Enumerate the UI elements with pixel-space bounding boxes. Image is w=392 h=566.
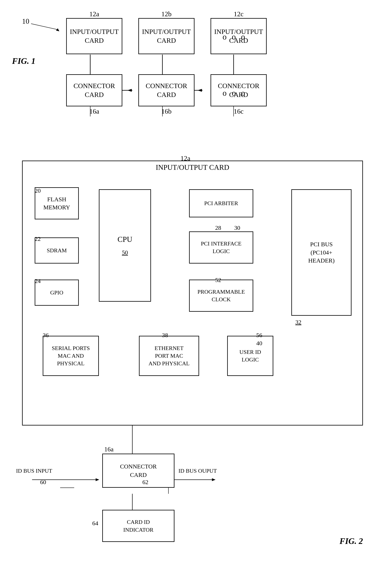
io-card-3-ref: 12c [234,10,243,18]
pci-bus-block: PCI BUS (PC104+ HEADER) [291,189,351,316]
fig2-area: 12a INPUT/OUTPUT CARD FLASH MEMORY 20 SD… [6,145,387,558]
io-card-1: 12a INPUT/OUTPUT CARD [66,18,122,54]
connector-card-2-ref: 16b [161,107,172,116]
connector-card-2: CONNECTOR CARD 16b [138,74,195,106]
ref-52-label: 52 [215,277,221,283]
card-id-label: CARD ID INDICATOR [123,518,154,534]
ref-64-label: 64 [92,520,98,527]
pci-arbiter-block: PCI ARBITER [189,189,253,217]
fig1-area: 10 12a INPUT/OUTPUT CARD 12b INPUT/OUTPU… [6,6,387,131]
ethernet-label: ETHERNET PORT MAC AND PHYSICAL [149,344,190,367]
cpu-block: CPU 50 [99,189,151,302]
ref-16a-fig2: 16a [104,446,113,453]
ethernet-block: ETHERNET PORT MAC AND PHYSICAL [139,336,199,376]
connector-card-2-text: CONNECTOR CARD [146,81,187,99]
user-id-label: USER ID LOGIC [239,348,261,363]
prog-clock-label: PROGRAMMABLE CLOCK [197,288,245,303]
pci-bus-label: PCI BUS (PC104+ HEADER) [308,240,335,265]
ref-24-label: 24 [35,278,41,284]
ref-28-label: 28 [215,224,221,231]
fig2-label: FIG. 2 [339,536,363,546]
ellipsis-io: o o o [223,32,247,42]
id-bus-input-label: ID BUS INPUT [16,468,52,474]
io-card-2-text: INPUT/OUTPUT CARD [142,27,191,45]
sdram-label: SDRAM [47,247,67,254]
pci-arbiter-label: PCI ARBITER [204,199,238,207]
gpio-block: GPIO [35,280,79,306]
ref-40-label: 40 [256,340,262,347]
gpio-label: GPIO [50,289,63,297]
connector-card-3-ref: 16c [234,107,243,116]
io-card-2-ref: 12b [161,10,172,18]
ref-20-label: 20 [35,187,41,194]
io-card-1-ref: 12a [89,10,99,18]
ref-62-label: 62 [142,479,148,486]
serial-ports-label: SERIAL PORTS MAC AND PHYSICAL [52,344,90,367]
io-outer-label: INPUT/OUTPUT CARD [156,163,229,172]
ref-30-label: 30 [234,224,240,231]
sdram-block: SDRAM [35,238,79,264]
connector-card-1: CONNECTOR CARD 16a [66,74,122,106]
pci-interface-block: PCI INTERFACE LOGIC [189,231,253,264]
connector-card-big: CONNECTOR CARD [102,454,174,488]
user-id-block: USER ID LOGIC [227,336,273,376]
cpu-ref: 50 [117,249,132,257]
diagram-container: 10 12a INPUT/OUTPUT CARD 12b INPUT/OUTPU… [0,0,392,566]
pci-interface-label: PCI INTERFACE LOGIC [201,240,242,255]
connector-card-1-text: CONNECTOR CARD [73,81,115,99]
cpu-label: CPU [117,234,132,244]
ref-36-label: 36 [43,332,49,339]
io-card-2: 12b INPUT/OUTPUT CARD [138,18,195,54]
connector-card-big-label: CONNECTOR CARD [120,462,157,479]
flash-memory-label: FLASH MEMORY [43,195,70,211]
card-id-block: CARD ID INDICATOR [102,510,174,542]
ref-10: 10 [22,17,29,26]
ref-60-label: 60 [40,479,46,486]
serial-ports-block: SERIAL PORTS MAC AND PHYSICAL [43,336,99,376]
io-outer-box: INPUT/OUTPUT CARD FLASH MEMORY 20 SDRAM … [22,161,363,426]
ref-56-label: 56 [256,332,262,339]
id-bus-output-label: ID BUS OUPUT [179,468,217,474]
ref-22-label: 22 [35,236,41,242]
ref-38-label: 38 [162,332,168,339]
connector-card-1-ref: 16a [89,107,99,116]
prog-clock-block: PROGRAMMABLE CLOCK [189,280,253,312]
fig1-label: FIG. 1 [12,56,35,66]
io-card-1-text: INPUT/OUTPUT CARD [70,27,119,45]
flash-memory-block: FLASH MEMORY [35,187,79,219]
ref-32-label: 32 [295,319,301,326]
ellipsis-conn: o o o [223,88,247,98]
